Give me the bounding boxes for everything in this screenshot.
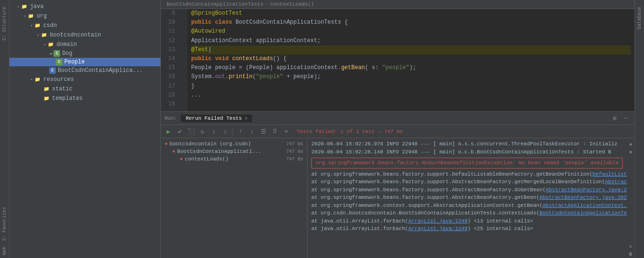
log-line: 2020-06-04 15:02:26.978 INFO 22948 --- […: [311, 140, 623, 148]
next-btn[interactable]: ↓: [247, 127, 257, 136]
gutter-cell: [178, 54, 187, 63]
tree-label: BootCsdnContainApplica...: [58, 67, 143, 74]
tree-label: People: [64, 59, 85, 65]
code-line: ...: [191, 91, 631, 100]
line-number: 12: [164, 36, 175, 45]
gutter: [178, 9, 187, 111]
folder-icon: 📁: [20, 3, 28, 10]
run-tab-label: Rerun Failed Tests: [185, 116, 242, 121]
tree-item-bootcsdncontain[interactable]: ▾📁bootcsdncontain: [9, 30, 160, 40]
scroll-up-btn[interactable]: ▲: [627, 140, 635, 148]
log-area: 2020-06-04 15:02:26.978 INFO 22948 --- […: [308, 138, 627, 258]
folder-icon: 📁: [27, 12, 35, 20]
stack-link[interactable]: AbstractBeanFactory.java:297: [546, 187, 627, 193]
stack-text: at org.springframework.beans.factory.sup…: [311, 187, 546, 193]
web-tab[interactable]: Web: [1, 244, 8, 258]
tree-item-csdn[interactable]: ▾📁csdn: [9, 21, 160, 30]
tree-item-domain[interactable]: ▾📁domain: [9, 40, 160, 49]
scroll-down-btn[interactable]: ▼: [627, 149, 635, 156]
stack-link[interactable]: ArrayList.java:1249: [408, 226, 468, 231]
stack-text: at org.springframework.context.support.A…: [311, 203, 542, 208]
stack-link[interactable]: ArrayList.java:1249: [408, 218, 468, 224]
line-number: 11: [164, 27, 175, 36]
list-btn[interactable]: ☰: [259, 127, 268, 136]
tree-label: Dog: [62, 50, 72, 57]
line-number: 9: [164, 9, 175, 18]
breadcrumb-sep: ›: [265, 1, 269, 7]
code-line: @SpringBootTest: [191, 9, 631, 18]
structure-tab[interactable]: Z: Structure: [1, 4, 8, 44]
stop-btn[interactable]: ⬛: [186, 127, 196, 136]
stack-link[interactable]: AbstractApplicationContext.java:: [542, 203, 627, 208]
stack-text: at java.util.ArrayList.forEach(: [311, 226, 408, 231]
log-line: org.springframework.beans.factory.NoSuch…: [311, 158, 623, 169]
run-tab-rerun[interactable]: Rerun Failed Tests ✕: [181, 115, 252, 122]
folder-icon: 📁: [43, 85, 50, 93]
line-number: 16: [164, 72, 175, 81]
sort-a-btn[interactable]: ≡: [627, 243, 635, 250]
class-icon: C: [53, 50, 60, 57]
log-line: at org.springframework.beans.factory.sup…: [311, 186, 623, 194]
stack-link[interactable]: AbstractBeanFactory.java:202: [539, 195, 627, 200]
code-line: public void contextLoads() {: [191, 54, 631, 63]
code-line: ApplicationContext applicationContext;: [191, 36, 631, 45]
test-tree-item[interactable]: ● contextLoads() 747 ms: [161, 155, 307, 163]
file-tree: ▾📁java▾📁org▾📁csdn▾📁bootcsdncontain▾📁doma…: [9, 0, 160, 258]
code-line: System.out.println("people" + people);: [191, 72, 631, 81]
check-btn[interactable]: ✔: [175, 127, 185, 136]
line-number: 13: [164, 45, 175, 54]
tree-item-bootcsdn[interactable]: CBootCsdnContainApplica...: [9, 66, 160, 75]
main-area: BootCsdnContainApplicationTests › contex…: [161, 0, 635, 258]
stack-link[interactable]: AbstractBean: [605, 179, 627, 185]
tree-label: csdn: [43, 22, 57, 29]
test-item-label: bootcsdncontain (org.csdn): [170, 141, 251, 147]
tree-item-templates[interactable]: 📁templates: [9, 94, 160, 103]
test-time: 747 ms: [286, 142, 305, 147]
rerun-btn[interactable]: ↻: [198, 127, 207, 136]
stack-link[interactable]: DefaultListableB: [592, 171, 627, 177]
prev-btn[interactable]: ↑: [236, 127, 246, 136]
gutter-cell: [178, 91, 187, 100]
line-number: 17: [164, 82, 175, 91]
log-line: at org.springframework.context.support.A…: [311, 202, 623, 210]
code-line: public class BootCsdnContainApplicationT…: [191, 18, 631, 27]
tree-item-static[interactable]: 📁static: [9, 84, 160, 94]
tree-item-java[interactable]: ▾📁java: [9, 2, 160, 11]
more-btn[interactable]: »: [282, 127, 291, 136]
minimize-btn[interactable]: —: [621, 114, 631, 123]
sort-up-btn[interactable]: ⇧: [221, 127, 230, 136]
tree-item-people[interactable]: CPeople: [9, 58, 160, 66]
tree-label: domain: [56, 41, 77, 48]
favorites-tab[interactable]: 2: Favorites: [1, 204, 8, 244]
arrow-icon: ▾: [24, 14, 26, 19]
gutter-cell: [178, 36, 187, 45]
run-btn[interactable]: ▶: [164, 127, 173, 136]
settings-btn[interactable]: ⚙: [610, 114, 619, 123]
class-icon: C: [56, 59, 62, 65]
stack-text: at org.csdn.bootcsdncontain.BootCsdnCont…: [311, 210, 539, 216]
code-content[interactable]: @SpringBootTestpublic class BootCsdnCont…: [187, 9, 635, 111]
test-tree-item[interactable]: ● bootcsdncontain (org.csdn) 747 ms: [161, 140, 307, 148]
folder-icon: 📁: [43, 95, 50, 102]
code-editor[interactable]: 910111213141516171819 @SpringBootTestpub…: [161, 9, 635, 111]
database-label[interactable]: Database: [636, 4, 643, 32]
run-label: Run:: [165, 116, 177, 121]
cols-btn[interactable]: ⠿: [270, 127, 280, 136]
line-number: 10: [164, 18, 175, 27]
tree-item-dog[interactable]: ▶CDog: [9, 49, 160, 58]
trash-btn[interactable]: 🗑: [627, 250, 635, 258]
code-line: @Test|: [191, 45, 631, 54]
tree-label: templates: [52, 95, 83, 102]
editor-area: BootCsdnContainApplicationTests › contex…: [161, 0, 635, 111]
run-tab-close[interactable]: ✕: [245, 116, 247, 121]
gutter-cell: [178, 18, 187, 27]
breadcrumb-method: contextLoads(): [270, 1, 314, 7]
log-line: 2020-06-04 15:02:28.148 INFO 22948 --- […: [311, 148, 623, 156]
tree-item-org[interactable]: ▾📁org: [9, 11, 160, 21]
test-tree-item[interactable]: ● BootCsdnContainApplicati... 747 ms: [161, 148, 307, 155]
test-status-icon: ●: [172, 149, 176, 154]
sort-down-btn[interactable]: ⇩: [209, 127, 219, 136]
stack-link[interactable]: BootCsdnContainApplicationTests.j: [539, 210, 627, 216]
run-tab-bar: Run: Rerun Failed Tests ✕ ⚙ —: [161, 112, 635, 125]
tree-item-resources[interactable]: ▾📁resources: [9, 75, 160, 84]
